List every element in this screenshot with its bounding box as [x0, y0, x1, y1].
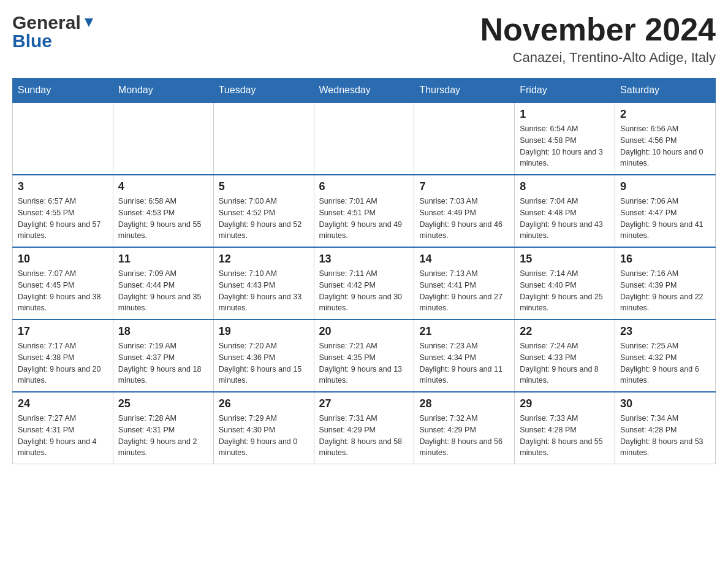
calendar-day-cell: 27Sunrise: 7:31 AMSunset: 4:29 PMDayligh… [314, 392, 414, 464]
day-info: Sunrise: 7:11 AMSunset: 4:42 PMDaylight:… [319, 268, 409, 314]
day-info: Sunrise: 7:23 AMSunset: 4:34 PMDaylight:… [419, 340, 509, 386]
calendar-day-cell: 7Sunrise: 7:03 AMSunset: 4:49 PMDaylight… [414, 175, 515, 247]
calendar-header-tuesday: Tuesday [213, 79, 314, 103]
calendar-day-cell: 28Sunrise: 7:32 AMSunset: 4:29 PMDayligh… [414, 392, 515, 464]
day-info: Sunrise: 7:13 AMSunset: 4:41 PMDaylight:… [419, 268, 509, 314]
calendar-day-cell: 6Sunrise: 7:01 AMSunset: 4:51 PMDaylight… [314, 175, 414, 247]
calendar-header-thursday: Thursday [414, 79, 515, 103]
calendar-header-friday: Friday [515, 79, 615, 103]
day-number: 28 [419, 397, 509, 410]
calendar-day-cell: 1Sunrise: 6:54 AMSunset: 4:58 PMDaylight… [515, 102, 615, 175]
day-number: 30 [620, 397, 710, 410]
calendar-day-cell: 12Sunrise: 7:10 AMSunset: 4:43 PMDayligh… [213, 247, 314, 320]
day-info: Sunrise: 7:25 AMSunset: 4:32 PMDaylight:… [620, 340, 710, 386]
day-number: 18 [118, 325, 208, 338]
day-info: Sunrise: 7:10 AMSunset: 4:43 PMDaylight:… [219, 268, 309, 314]
day-number: 29 [520, 397, 610, 410]
day-info: Sunrise: 7:31 AMSunset: 4:29 PMDaylight:… [319, 413, 409, 459]
day-number: 20 [319, 325, 409, 338]
day-info: Sunrise: 7:28 AMSunset: 4:31 PMDaylight:… [118, 413, 208, 459]
day-info: Sunrise: 7:19 AMSunset: 4:37 PMDaylight:… [118, 340, 208, 386]
day-info: Sunrise: 7:06 AMSunset: 4:47 PMDaylight:… [620, 196, 710, 242]
calendar-header-saturday: Saturday [615, 79, 716, 103]
day-number: 6 [319, 180, 409, 193]
day-info: Sunrise: 7:03 AMSunset: 4:49 PMDaylight:… [419, 196, 509, 242]
calendar-day-cell: 14Sunrise: 7:13 AMSunset: 4:41 PMDayligh… [414, 247, 515, 320]
calendar-day-cell: 3Sunrise: 6:57 AMSunset: 4:55 PMDaylight… [13, 175, 113, 247]
calendar-day-cell: 29Sunrise: 7:33 AMSunset: 4:28 PMDayligh… [515, 392, 615, 464]
calendar-day-cell: 25Sunrise: 7:28 AMSunset: 4:31 PMDayligh… [113, 392, 213, 464]
day-number: 3 [18, 180, 108, 193]
day-number: 21 [419, 325, 509, 338]
calendar-day-cell: 17Sunrise: 7:17 AMSunset: 4:38 PMDayligh… [13, 320, 113, 392]
day-number: 4 [118, 180, 208, 193]
day-number: 2 [620, 108, 710, 121]
day-info: Sunrise: 7:00 AMSunset: 4:52 PMDaylight:… [219, 196, 309, 242]
day-info: Sunrise: 7:04 AMSunset: 4:48 PMDaylight:… [520, 196, 610, 242]
day-info: Sunrise: 6:58 AMSunset: 4:53 PMDaylight:… [118, 196, 208, 242]
location-subtitle: Canazei, Trentino-Alto Adige, Italy [480, 50, 716, 66]
day-info: Sunrise: 6:54 AMSunset: 4:58 PMDaylight:… [520, 123, 610, 169]
day-number: 11 [118, 253, 208, 266]
day-info: Sunrise: 6:57 AMSunset: 4:55 PMDaylight:… [18, 196, 108, 242]
calendar-week-row: 3Sunrise: 6:57 AMSunset: 4:55 PMDaylight… [13, 175, 716, 247]
calendar-day-cell: 22Sunrise: 7:24 AMSunset: 4:33 PMDayligh… [515, 320, 615, 392]
day-number: 26 [219, 397, 309, 410]
day-number: 8 [520, 180, 610, 193]
day-number: 16 [620, 253, 710, 266]
day-number: 12 [219, 253, 309, 266]
day-info: Sunrise: 7:34 AMSunset: 4:28 PMDaylight:… [620, 413, 710, 459]
day-number: 15 [520, 253, 610, 266]
svg-marker-0 [85, 18, 93, 27]
day-number: 5 [219, 180, 309, 193]
calendar-week-row: 24Sunrise: 7:27 AMSunset: 4:31 PMDayligh… [13, 392, 716, 464]
day-number: 27 [319, 397, 409, 410]
calendar-header-monday: Monday [113, 79, 213, 103]
day-number: 1 [520, 108, 610, 121]
logo-general-text: General [12, 12, 81, 33]
calendar-day-cell: 30Sunrise: 7:34 AMSunset: 4:28 PMDayligh… [615, 392, 716, 464]
day-number: 24 [18, 397, 108, 410]
calendar-header-sunday: Sunday [13, 79, 113, 103]
day-number: 17 [18, 325, 108, 338]
day-number: 14 [419, 253, 509, 266]
calendar-day-cell [13, 102, 113, 175]
calendar-day-cell: 10Sunrise: 7:07 AMSunset: 4:45 PMDayligh… [13, 247, 113, 320]
day-info: Sunrise: 7:14 AMSunset: 4:40 PMDaylight:… [520, 268, 610, 314]
day-number: 7 [419, 180, 509, 193]
calendar-week-row: 17Sunrise: 7:17 AMSunset: 4:38 PMDayligh… [13, 320, 716, 392]
calendar-day-cell: 4Sunrise: 6:58 AMSunset: 4:53 PMDaylight… [113, 175, 213, 247]
logo-triangle-icon [82, 16, 96, 29]
day-info: Sunrise: 7:32 AMSunset: 4:29 PMDaylight:… [419, 413, 509, 459]
calendar-day-cell: 8Sunrise: 7:04 AMSunset: 4:48 PMDaylight… [515, 175, 615, 247]
calendar-week-row: 1Sunrise: 6:54 AMSunset: 4:58 PMDaylight… [13, 102, 716, 175]
calendar-day-cell: 18Sunrise: 7:19 AMSunset: 4:37 PMDayligh… [113, 320, 213, 392]
calendar-day-cell: 5Sunrise: 7:00 AMSunset: 4:52 PMDaylight… [213, 175, 314, 247]
day-info: Sunrise: 7:29 AMSunset: 4:30 PMDaylight:… [219, 413, 309, 459]
calendar-day-cell [414, 102, 515, 175]
day-info: Sunrise: 7:17 AMSunset: 4:38 PMDaylight:… [18, 340, 108, 386]
calendar-day-cell: 11Sunrise: 7:09 AMSunset: 4:44 PMDayligh… [113, 247, 213, 320]
logo: General Blue [12, 12, 96, 52]
day-number: 22 [520, 325, 610, 338]
day-info: Sunrise: 7:09 AMSunset: 4:44 PMDaylight:… [118, 268, 208, 314]
calendar-day-cell: 23Sunrise: 7:25 AMSunset: 4:32 PMDayligh… [615, 320, 716, 392]
calendar-day-cell: 2Sunrise: 6:56 AMSunset: 4:56 PMDaylight… [615, 102, 716, 175]
calendar-day-cell: 24Sunrise: 7:27 AMSunset: 4:31 PMDayligh… [13, 392, 113, 464]
day-info: Sunrise: 7:07 AMSunset: 4:45 PMDaylight:… [18, 268, 108, 314]
calendar-day-cell [113, 102, 213, 175]
day-info: Sunrise: 7:33 AMSunset: 4:28 PMDaylight:… [520, 413, 610, 459]
day-info: Sunrise: 7:27 AMSunset: 4:31 PMDaylight:… [18, 413, 108, 459]
calendar-day-cell: 26Sunrise: 7:29 AMSunset: 4:30 PMDayligh… [213, 392, 314, 464]
calendar-day-cell [213, 102, 314, 175]
calendar-day-cell: 21Sunrise: 7:23 AMSunset: 4:34 PMDayligh… [414, 320, 515, 392]
calendar-header-wednesday: Wednesday [314, 79, 414, 103]
title-section: November 2024 Canazei, Trentino-Alto Adi… [480, 12, 716, 66]
calendar-header-row: SundayMondayTuesdayWednesdayThursdayFrid… [13, 79, 716, 103]
calendar-day-cell: 15Sunrise: 7:14 AMSunset: 4:40 PMDayligh… [515, 247, 615, 320]
calendar-day-cell: 19Sunrise: 7:20 AMSunset: 4:36 PMDayligh… [213, 320, 314, 392]
day-number: 19 [219, 325, 309, 338]
page-header: General Blue November 2024 Canazei, Tren… [12, 12, 716, 66]
day-info: Sunrise: 7:21 AMSunset: 4:35 PMDaylight:… [319, 340, 409, 386]
day-info: Sunrise: 7:16 AMSunset: 4:39 PMDaylight:… [620, 268, 710, 314]
